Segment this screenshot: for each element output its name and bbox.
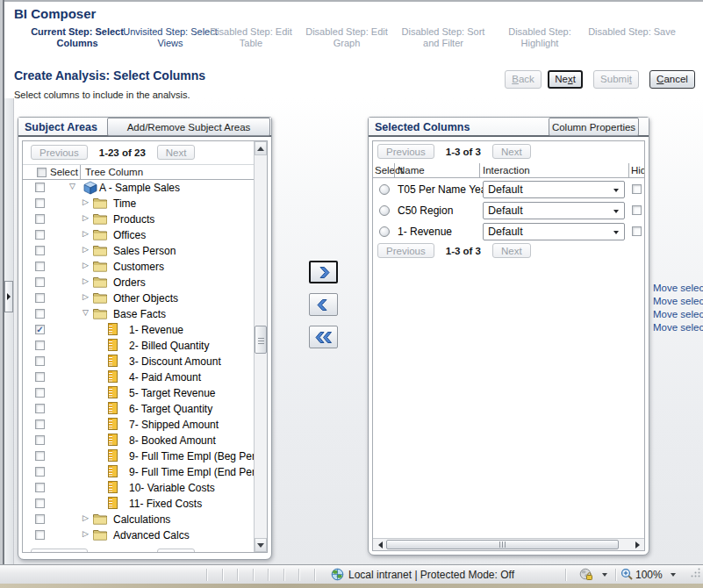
move-selected-link[interactable]: Move selec (653, 308, 703, 321)
row-select-checkbox[interactable] (35, 419, 45, 429)
row-select-checkbox[interactable] (35, 435, 45, 445)
tree-node-label[interactable]: Other Objects (113, 292, 178, 305)
row-select-checkbox[interactable] (35, 262, 45, 271)
tree-node-label[interactable]: Time (113, 197, 136, 210)
tree-node-label[interactable]: 11- Fixed Costs (129, 498, 202, 510)
tree-node-label[interactable]: 5- Target Revenue (129, 387, 216, 399)
row-select-checkbox[interactable] (35, 483, 45, 492)
hidden-checkbox[interactable] (632, 226, 642, 236)
previous-button[interactable]: Previous (31, 145, 88, 160)
tree-node-label[interactable]: A - Sample Sales (99, 182, 180, 194)
hidden-checkbox[interactable] (632, 205, 642, 215)
row-select-checkbox[interactable] (35, 356, 45, 366)
expand-toggle-icon[interactable]: ▷ (82, 261, 89, 269)
horizontal-scrollbar[interactable] (373, 538, 644, 550)
expand-toggle-icon[interactable]: ▷ (82, 229, 89, 238)
cancel-button[interactable]: Cancel (649, 70, 695, 89)
row-select-checkbox[interactable] (35, 277, 45, 287)
tree-node-label[interactable]: Advanced Calcs (113, 529, 190, 541)
step-item-1[interactable]: Current Step: Select Columns (28, 26, 126, 49)
chevron-down-icon[interactable] (671, 573, 676, 577)
splitter-expand-handle[interactable] (4, 281, 13, 312)
scroll-up-button[interactable] (255, 141, 267, 155)
row-select-radio[interactable] (379, 205, 390, 216)
tree-node-label[interactable]: 4- Paid Amount (129, 371, 201, 384)
tree-node-label[interactable]: 6- Target Quantity (129, 403, 212, 415)
column-properties-button[interactable]: Column Properties (549, 118, 639, 136)
row-select-radio[interactable] (379, 184, 390, 195)
add-remove-subject-areas-button[interactable]: Add/Remove Subject Areas (107, 118, 270, 136)
tree-node-label[interactable]: Products (113, 213, 154, 226)
interaction-dropdown[interactable]: Default (483, 181, 625, 198)
tree-node-label[interactable]: 2- Billed Quantity (129, 340, 209, 352)
next-button[interactable]: Next (492, 144, 531, 159)
row-select-checkbox[interactable] (35, 293, 45, 303)
tree-node-label[interactable]: Customers (113, 261, 164, 273)
expand-toggle-icon[interactable]: ▷ (82, 529, 89, 538)
scrollbar-thumb[interactable] (386, 540, 619, 549)
row-select-checkbox[interactable] (35, 467, 45, 477)
vertical-scrollbar[interactable] (254, 141, 267, 552)
move-selected-right-button[interactable] (309, 261, 338, 283)
tree-node-label[interactable]: 9- Full Time Empl (End Period) (129, 466, 268, 478)
move-selected-link[interactable]: Move selec (653, 295, 703, 308)
submit-button[interactable]: Submit (593, 70, 639, 89)
tree-node-label[interactable]: Orders (113, 276, 146, 289)
hidden-checkbox[interactable] (632, 184, 642, 194)
row-select-checkbox[interactable] (35, 498, 45, 508)
tree-node-label[interactable]: 3- Discount Amount (129, 355, 221, 368)
row-select-checkbox[interactable] (35, 514, 45, 524)
next-button[interactable]: Next (157, 145, 196, 160)
expand-toggle-icon[interactable]: ▷ (82, 197, 89, 206)
interaction-dropdown[interactable]: Default (483, 223, 625, 240)
security-zone-icon[interactable] (579, 568, 593, 582)
row-select-checkbox[interactable] (35, 246, 45, 255)
resize-grip-icon[interactable] (690, 566, 701, 582)
select-all-checkbox[interactable] (37, 168, 47, 177)
tree-node-label[interactable]: 10- Variable Costs (129, 482, 215, 494)
previous-button[interactable]: Previous (377, 144, 434, 159)
collapse-toggle-icon[interactable]: ▽ (82, 308, 89, 317)
expand-toggle-icon[interactable]: ▷ (82, 213, 89, 222)
expand-toggle-icon[interactable]: ▷ (82, 276, 89, 285)
row-select-radio[interactable] (379, 226, 390, 237)
scroll-left-button[interactable] (373, 539, 387, 550)
tree-node-label[interactable]: 7- Shipped Amount (129, 419, 219, 431)
scroll-right-button[interactable] (630, 539, 644, 550)
collapse-toggle-icon[interactable]: ▽ (69, 182, 75, 190)
tree-node-label[interactable]: 1- Revenue (129, 324, 183, 336)
chevron-down-icon[interactable] (602, 573, 607, 577)
tree-node-label[interactable]: Base Facts (113, 308, 166, 320)
row-select-checkbox[interactable] (35, 214, 45, 224)
previous-button[interactable]: Previous (31, 549, 88, 553)
zoom-icon[interactable] (621, 568, 634, 582)
scroll-down-button[interactable] (255, 538, 267, 552)
next-button[interactable]: Next (492, 243, 531, 258)
expand-toggle-icon[interactable]: ▷ (82, 245, 89, 254)
row-select-checkbox[interactable] (35, 198, 45, 208)
tree-node-label[interactable]: Sales Person (113, 245, 176, 257)
row-select-checkbox[interactable] (35, 309, 45, 319)
interaction-dropdown[interactable]: Default (483, 202, 625, 219)
back-button[interactable]: Back (505, 70, 542, 89)
expand-toggle-icon[interactable]: ▷ (82, 292, 89, 301)
scrollbar-thumb[interactable] (255, 326, 267, 354)
row-select-checkbox[interactable] (35, 183, 45, 192)
row-select-checkbox[interactable] (35, 341, 45, 350)
row-select-checkbox[interactable] (35, 230, 45, 240)
expand-toggle-icon[interactable]: ▷ (82, 513, 89, 522)
next-button[interactable]: Next (548, 70, 583, 89)
next-button[interactable]: Next (157, 549, 196, 553)
tree-node-label[interactable]: 8- Booked Amount (129, 434, 216, 447)
previous-button[interactable]: Previous (377, 243, 434, 258)
move-all-left-button[interactable] (309, 326, 338, 348)
row-select-checkbox[interactable] (35, 388, 45, 398)
row-select-checkbox[interactable] (35, 530, 45, 540)
move-selected-link[interactable]: Move selec (653, 321, 703, 334)
row-select-checkbox[interactable] (35, 404, 45, 413)
move-selected-link[interactable]: Move selec (653, 282, 703, 295)
move-selected-left-button[interactable] (309, 293, 338, 316)
tree-node-label[interactable]: Calculations (113, 513, 170, 526)
tree-node-label[interactable]: 9- Full Time Empl (Beg Period) (129, 450, 268, 463)
row-select-checkbox[interactable] (35, 372, 45, 382)
